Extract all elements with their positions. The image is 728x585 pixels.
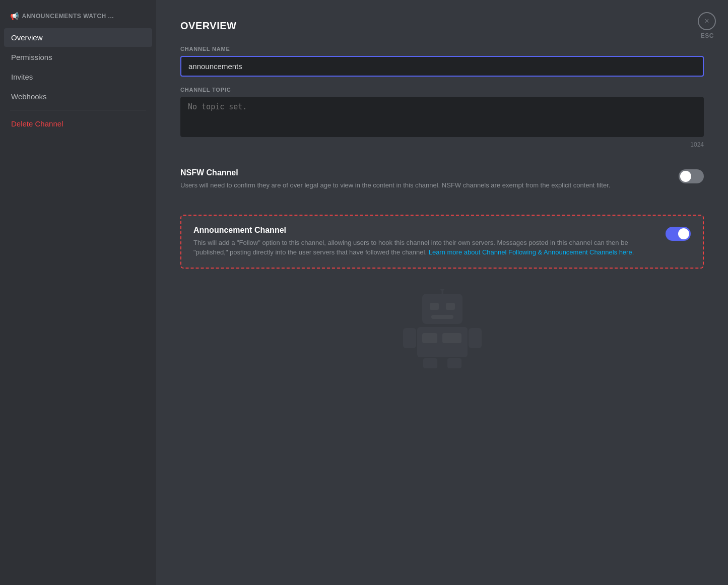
- page-title: OVERVIEW: [180, 20, 704, 32]
- hash-icon: 📢: [10, 12, 19, 20]
- nsfw-slider: [679, 169, 704, 183]
- bottom-illustration: [180, 289, 704, 369]
- nsfw-toggle-row: NSFW Channel Users will need to confirm …: [180, 168, 704, 203]
- sidebar-item-permissions-label: Permissions: [11, 53, 52, 61]
- sidebar-item-invites-label: Invites: [11, 73, 33, 81]
- svg-rect-10: [447, 358, 461, 368]
- sidebar-item-webhooks[interactable]: Webhooks: [4, 87, 152, 106]
- sidebar-item-invites[interactable]: Invites: [4, 68, 152, 86]
- sidebar-item-overview[interactable]: Overview: [4, 28, 152, 47]
- announcement-learn-more-link[interactable]: Learn more about Channel Following & Ann…: [429, 248, 634, 256]
- sidebar: 📢 ANNOUNCEMENTS WATCH ... Overview Permi…: [0, 0, 156, 585]
- channel-topic-label: CHANNEL TOPIC: [180, 87, 704, 93]
- nsfw-toggle[interactable]: [679, 169, 704, 183]
- sidebar-item-delete-channel[interactable]: Delete Channel: [4, 114, 152, 133]
- announcement-content: Announcement Channel This will add a "Fo…: [193, 226, 666, 257]
- main-content: × ESC OVERVIEW CHANNEL NAME CHANNEL TOPI…: [156, 0, 728, 585]
- svg-rect-0: [422, 294, 462, 324]
- announcement-description: This will add a "Follow" option to this …: [193, 238, 653, 257]
- announcement-toggle[interactable]: [666, 227, 691, 241]
- channel-header: 📢 ANNOUNCEMENTS WATCH ...: [4, 8, 152, 24]
- sidebar-item-overview-label: Overview: [11, 33, 43, 42]
- announcement-box: Announcement Channel This will add a "Fo…: [180, 215, 704, 269]
- sidebar-item-webhooks-label: Webhooks: [11, 92, 47, 101]
- svg-rect-2: [446, 303, 455, 310]
- svg-rect-7: [422, 333, 437, 343]
- nsfw-description: Users will need to confirm they are of o…: [180, 180, 667, 190]
- sidebar-item-permissions[interactable]: Permissions: [4, 48, 152, 67]
- robot-illustration: [392, 289, 493, 369]
- channel-topic-textarea[interactable]: [180, 97, 704, 137]
- announcement-toggle-row: Announcement Channel This will add a "Fo…: [193, 226, 691, 257]
- nsfw-title: NSFW Channel: [180, 168, 667, 177]
- svg-rect-12: [469, 328, 482, 348]
- esc-label: ESC: [701, 32, 714, 39]
- svg-rect-11: [403, 328, 416, 348]
- svg-rect-8: [442, 333, 461, 343]
- close-button[interactable]: ×: [698, 12, 716, 30]
- sidebar-divider: [10, 110, 146, 110]
- svg-rect-3: [431, 315, 453, 319]
- channel-header-text: ANNOUNCEMENTS WATCH ...: [22, 13, 114, 20]
- svg-point-5: [440, 289, 444, 291]
- sidebar-item-delete-label: Delete Channel: [11, 119, 63, 128]
- channel-name-label: CHANNEL NAME: [180, 46, 704, 52]
- announcement-slider: [666, 227, 691, 241]
- svg-rect-1: [430, 303, 439, 310]
- char-count: 1024: [180, 141, 704, 148]
- svg-rect-9: [423, 358, 437, 368]
- channel-name-input[interactable]: [180, 56, 704, 77]
- announcement-title: Announcement Channel: [193, 226, 653, 235]
- nsfw-content: NSFW Channel Users will need to confirm …: [180, 168, 679, 190]
- close-icon: ×: [704, 17, 709, 26]
